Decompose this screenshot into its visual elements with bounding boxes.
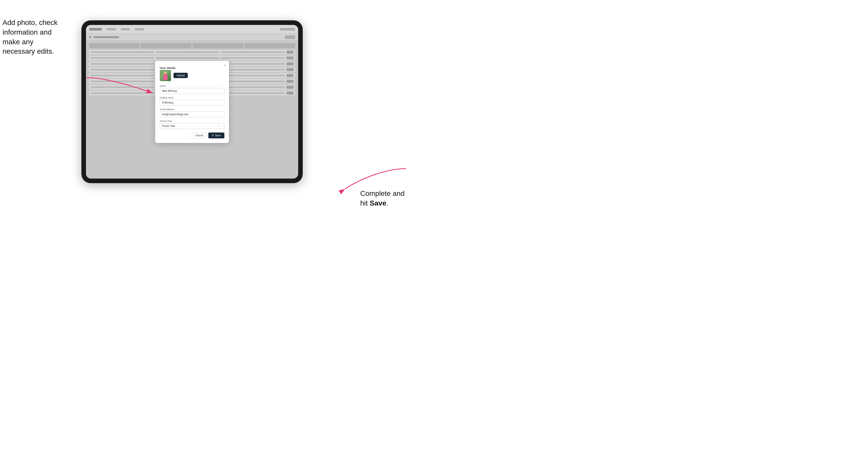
display-name-label: Display name (160, 96, 224, 99)
name-input[interactable] (160, 88, 224, 94)
photo-figure-body (163, 73, 168, 80)
tablet-device: User details × Upload Name (82, 20, 303, 183)
select-clear-icon[interactable]: × (218, 125, 219, 127)
user-details-modal: User details × Upload Name (155, 61, 229, 143)
email-input[interactable] (160, 112, 224, 117)
email-field-group: Email address (160, 108, 224, 117)
tablet-screen: User details × Upload Name (86, 25, 298, 179)
display-name-input[interactable] (160, 100, 224, 105)
email-label: Email address (160, 108, 224, 111)
select-arrow-icon: ⌃ (220, 125, 222, 127)
name-field-group: Name (160, 85, 224, 94)
annotation-left: Add photo, check information and make an… (3, 18, 74, 56)
user-photo-thumbnail (160, 70, 171, 81)
cancel-button[interactable]: Cancel (192, 132, 206, 138)
display-name-field-group: Display name (160, 96, 224, 105)
school-year-select[interactable]: Fourth Year × ⌃ (160, 123, 224, 129)
school-year-value: Fourth Year (162, 125, 175, 127)
modal-footer: Cancel ⬆ Save (160, 132, 224, 138)
save-button-label: Save (215, 134, 221, 137)
save-icon: ⬆ (212, 134, 214, 136)
upload-photo-button[interactable]: Upload (174, 73, 188, 78)
modal-title: User details (160, 66, 176, 69)
school-year-label: School Year (160, 120, 224, 122)
modal-overlay: User details × Upload Name (86, 25, 298, 179)
photo-section: Upload (160, 70, 224, 81)
annotation-right: Complete andhit Save. (360, 189, 426, 208)
name-label: Name (160, 85, 224, 87)
school-year-field-group: School Year Fourth Year × ⌃ (160, 120, 224, 129)
save-button[interactable]: ⬆ Save (208, 132, 224, 138)
select-controls: × ⌃ (218, 125, 222, 127)
modal-close-button[interactable]: × (224, 63, 226, 67)
